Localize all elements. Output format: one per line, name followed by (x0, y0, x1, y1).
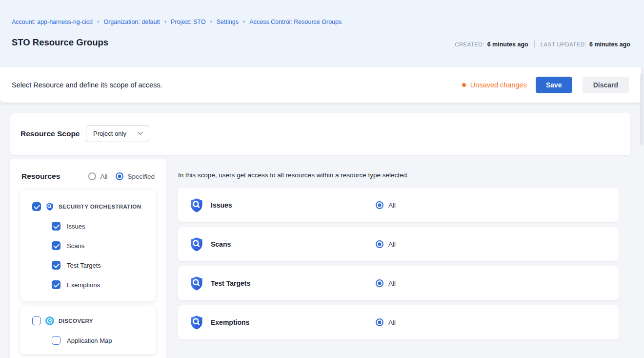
chevron-right-icon: › (164, 18, 166, 25)
resource-access-radio[interactable]: All (376, 201, 396, 209)
resource-card-test-targets: Test Targets All (178, 266, 619, 300)
discard-button[interactable]: Discard (583, 77, 629, 93)
checkbox-checked-icon[interactable] (52, 222, 60, 231)
created-value: 6 minutes ago (487, 41, 528, 48)
meta-divider (534, 41, 535, 48)
tree-group-label: DISCOVERY (59, 318, 93, 324)
unsaved-dot-icon (462, 83, 466, 87)
tree-item-scans[interactable]: Scans (52, 241, 84, 250)
resource-group-page: Account: app-harness-ng-cicd › Organizat… (0, 0, 644, 358)
sto-shield-icon (45, 202, 54, 211)
resource-group-security-orchestration: SECURITY ORCHESTRATION Issues Scans Test… (20, 190, 156, 301)
radio-circle-icon (88, 172, 96, 180)
radio-selected-icon (376, 279, 383, 287)
toolbar-actions: Unsaved changes Save Discard (462, 77, 629, 93)
radio-selected-icon (376, 318, 383, 326)
resources-mode-radios: All Specified (88, 172, 155, 180)
action-toolbar: Select Resource and define its scope of … (0, 67, 641, 103)
radio-selected-icon (116, 172, 123, 180)
resource-card-title: Scans (211, 240, 231, 248)
resource-card-title: Test Targets (211, 279, 250, 287)
resource-card-issues: Issues All (178, 188, 619, 222)
resource-access-radio[interactable]: All (376, 279, 396, 287)
resource-card-title: Issues (211, 201, 232, 209)
tree-item-label: Issues (67, 223, 85, 230)
radio-selected-icon (376, 201, 383, 209)
chevron-right-icon: › (243, 18, 245, 25)
access-all-label: All (388, 280, 396, 287)
tree-item-label: Test Targets (67, 262, 101, 269)
resource-scope-card: Resource Scope Project only (10, 113, 630, 155)
access-all-label: All (388, 319, 396, 326)
sto-shield-icon (189, 236, 204, 252)
breadcrumb: Account: app-harness-ng-cicd › Organizat… (12, 18, 342, 25)
last-updated-value: 6 minutes ago (589, 41, 630, 48)
radio-specified-label: Specified (127, 173, 155, 180)
radio-all[interactable]: All (88, 172, 107, 180)
toolbar-description: Select Resource and define its scope of … (12, 81, 162, 89)
tree-group-discovery[interactable]: DISCOVERY (32, 316, 93, 325)
unsaved-changes-label: Unsaved changes (470, 81, 527, 89)
scope-description: In this scope, users get access to all r… (178, 171, 409, 179)
page-title: STO Resource Groups (12, 37, 108, 48)
breadcrumb-project[interactable]: Project: STO (171, 19, 205, 25)
radio-specified[interactable]: Specified (116, 172, 155, 180)
tree-item-application-map[interactable]: Application Map (52, 336, 112, 345)
save-button[interactable]: Save (536, 77, 572, 93)
unsaved-changes-indicator: Unsaved changes (462, 81, 527, 89)
resources-panel: Resources All Specified SECURITY ORCHEST… (10, 159, 166, 358)
sto-shield-icon (189, 275, 204, 291)
checkbox-checked-icon[interactable] (52, 241, 60, 250)
resource-access-radio[interactable]: All (376, 240, 396, 248)
scrollbar[interactable] (640, 73, 644, 146)
breadcrumb-account[interactable]: Account: app-harness-ng-cicd (12, 19, 93, 25)
checkbox-unchecked-icon[interactable] (52, 336, 60, 345)
resource-card-exemptions: Exemptions All (178, 305, 619, 339)
resources-panel-header: Resources All Specified (21, 172, 155, 181)
chevron-right-icon: › (97, 18, 99, 25)
breadcrumb-access-control[interactable]: Access Control: Resource Groups (249, 19, 342, 25)
header-meta: CREATED: 6 minutes ago LAST UPDATED: 6 m… (455, 41, 630, 48)
tree-item-label: Application Map (67, 337, 112, 344)
checkbox-checked-icon[interactable] (32, 202, 41, 211)
radio-selected-icon (376, 240, 383, 248)
sto-shield-icon (189, 315, 204, 330)
tree-item-test-targets[interactable]: Test Targets (52, 261, 101, 270)
resource-scope-select[interactable]: Project only (86, 125, 149, 142)
breadcrumb-settings[interactable]: Settings (217, 19, 239, 25)
page-header: Account: app-harness-ng-cicd › Organizat… (0, 0, 644, 66)
chevron-right-icon: › (210, 18, 212, 25)
discovery-icon (45, 316, 54, 325)
tree-item-label: Scans (67, 242, 84, 250)
last-updated-label: LAST UPDATED: (541, 42, 586, 47)
resource-card-scans: Scans All (178, 227, 619, 261)
checkbox-checked-icon[interactable] (52, 280, 60, 289)
chevron-down-icon (138, 132, 143, 135)
tree-group-security-orchestration[interactable]: SECURITY ORCHESTRATION (32, 202, 141, 211)
breadcrumb-organization[interactable]: Organization: default (103, 19, 160, 25)
tree-item-label: Exemptions (67, 281, 100, 289)
checkbox-unchecked-icon[interactable] (32, 316, 41, 325)
resource-access-radio[interactable]: All (376, 318, 396, 326)
resource-card-title: Exemptions (211, 318, 249, 326)
resource-scope-selected-value: Project only (93, 130, 138, 137)
checkbox-checked-icon[interactable] (52, 261, 60, 270)
tree-item-issues[interactable]: Issues (52, 222, 85, 231)
radio-all-label: All (100, 173, 107, 180)
resource-group-discovery: DISCOVERY Application Map (20, 307, 156, 354)
created-label: CREATED: (455, 42, 484, 47)
tree-item-exemptions[interactable]: Exemptions (52, 280, 100, 289)
access-all-label: All (388, 241, 396, 248)
resources-title: Resources (21, 172, 60, 181)
access-all-label: All (388, 202, 396, 209)
sto-shield-icon (189, 197, 204, 213)
resource-scope-label: Resource Scope (20, 129, 80, 138)
tree-group-label: SECURITY ORCHESTRATION (59, 204, 141, 210)
